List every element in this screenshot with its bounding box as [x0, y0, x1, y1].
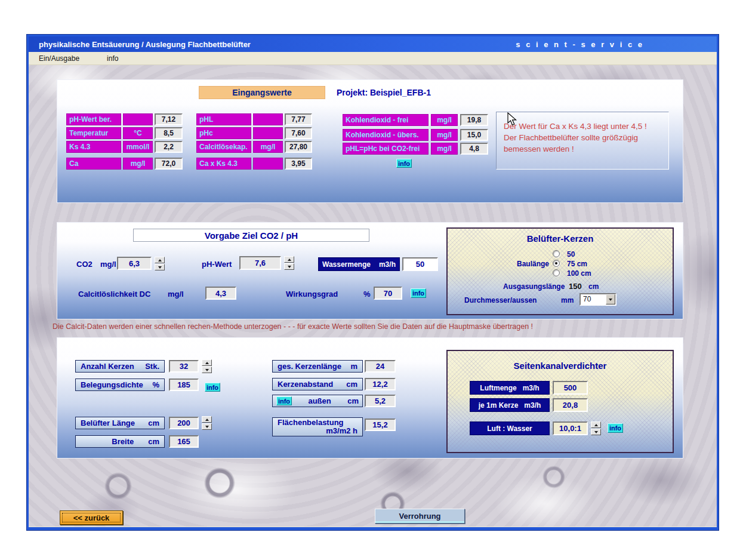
table-row: Calcitlösekap. mg/l 27,80 [196, 141, 312, 153]
param-value-field[interactable]: 7,12 [155, 113, 183, 125]
aussen-label-box: info außen cm [272, 395, 363, 407]
param-value-field[interactable]: 7,77 [285, 113, 312, 125]
wirkungsgrad-field[interactable]: 70 [374, 287, 402, 300]
calcit-unit: mg/l [168, 290, 184, 299]
radio-baulaenge-50[interactable] [553, 250, 560, 257]
zurueck-button[interactable]: << zurück [60, 510, 123, 525]
param-value-field[interactable]: 4,8 [460, 143, 488, 155]
verhaeltnis-label-box: Luft : Wasser [470, 421, 550, 435]
client-area: Eingangswerte Projekt: Beispiel_EFB-1 pH… [29, 65, 717, 527]
spin-down-icon[interactable] [202, 423, 212, 430]
spin-down-icon[interactable] [591, 429, 601, 435]
param-value-field[interactable]: 7,60 [285, 127, 312, 139]
param-value-field[interactable]: 19,8 [460, 114, 488, 126]
param-label: Kohlendioxid - übers. [343, 129, 429, 141]
param-value-field[interactable]: 8,5 [155, 127, 183, 139]
baulaenge-label: Baulänge [498, 260, 549, 268]
flaechen-unit: m3/m2 h [278, 427, 357, 435]
param-label: Ca [66, 158, 121, 170]
chevron-down-icon[interactable] [606, 294, 615, 304]
anzahl-label-box: Anzahl Kerzen Stk. [75, 360, 165, 373]
info-button[interactable]: info [608, 423, 623, 433]
eingangswerte-header: Eingangswerte [199, 86, 325, 99]
kerzenlaenge-unit: m [350, 362, 357, 371]
anzahl-field[interactable]: 32 [169, 360, 199, 373]
info-button[interactable]: info [411, 288, 426, 298]
radio-baulaenge-100[interactable] [553, 269, 560, 276]
project-label: Projekt: Beispiel_EFB-1 [337, 88, 431, 97]
title-bar: physikalische Entsäuerung / Auslegung Fl… [29, 36, 717, 52]
anzahl-stepper[interactable] [202, 359, 212, 373]
spin-down-icon[interactable] [284, 263, 294, 270]
spin-up-icon[interactable] [284, 256, 294, 263]
verrohrung-button[interactable]: Verrohrung [375, 509, 465, 524]
spin-up-icon[interactable] [155, 257, 165, 263]
param-value-field[interactable]: 2,2 [155, 141, 183, 153]
laenge-stepper[interactable] [202, 416, 212, 430]
kerze-field[interactable]: 20,8 [553, 398, 588, 412]
param-label: Temperatur [66, 127, 121, 139]
durchmesser-label: Durchmesser/aussen [464, 296, 537, 304]
param-label: Ca x Ks 4.3 [196, 158, 251, 170]
radio-baulaenge-75[interactable] [553, 260, 560, 267]
co2-unit: mg/l [100, 260, 116, 269]
calcit-notice: Die Calcit-Daten werden einer schnellen … [53, 322, 691, 331]
radio-label-100[interactable]: 100 cm [567, 269, 591, 278]
warning-line: Der Wert für Ca x Ks 4,3 liegt unter 4,5… [504, 121, 662, 132]
param-unit: mg/l [431, 129, 458, 141]
param-unit [253, 113, 283, 125]
spin-down-icon[interactable] [155, 264, 165, 270]
spin-up-icon[interactable] [202, 416, 212, 423]
abstand-field[interactable]: 12,2 [365, 378, 396, 390]
anzahl-label: Anzahl Kerzen [81, 362, 134, 371]
spin-down-icon[interactable] [202, 367, 212, 373]
table-row: Ks 4.3 mmol/l 2,2 [66, 141, 183, 153]
table-row: Ca x Ks 4.3 3,95 [196, 158, 312, 170]
spin-up-icon[interactable] [591, 421, 601, 428]
belegung-label-box: Belegungsdichte % [75, 379, 165, 391]
wassermenge-field[interactable]: 50 [402, 257, 438, 271]
kerze-label: je 1m Kerze [479, 401, 519, 410]
param-unit: mmol/l [123, 141, 153, 153]
ph-stepper[interactable] [284, 256, 294, 270]
breite-field[interactable]: 165 [169, 435, 199, 448]
param-value-field[interactable]: 27,80 [285, 141, 312, 153]
verhaeltnis-field[interactable]: 10,0:1 [553, 421, 588, 435]
luftmenge-field[interactable]: 500 [553, 381, 588, 395]
abstand-unit: cm [346, 380, 357, 389]
param-value-field[interactable]: 3,95 [285, 158, 312, 170]
param-unit: °C [123, 127, 153, 139]
param-value-field[interactable]: 15,0 [460, 129, 488, 141]
breite-unit: cm [148, 437, 159, 446]
aussen-field[interactable]: 5,2 [365, 395, 396, 407]
radio-label-75[interactable]: 75 cm [567, 260, 587, 268]
co2-field[interactable]: 6,3 [117, 257, 152, 270]
info-button[interactable]: info [276, 396, 292, 405]
ausgasung-value: 150 [569, 282, 582, 291]
durchmesser-dropdown[interactable]: 70 [579, 293, 616, 306]
calcit-field[interactable]: 4,3 [205, 287, 236, 300]
laenge-field[interactable]: 200 [169, 417, 199, 429]
spin-up-icon[interactable] [202, 359, 212, 366]
info-button[interactable]: info [396, 159, 412, 168]
mouse-cursor [507, 112, 518, 130]
menu-ein-ausgabe[interactable]: Ein/Ausgabe [34, 53, 84, 64]
belegung-unit: % [152, 380, 159, 389]
radio-label-50[interactable]: 50 [567, 250, 575, 259]
param-unit: mg/l [431, 143, 458, 155]
luftmenge-label: Luftmenge [480, 384, 516, 392]
co2-stepper[interactable] [155, 257, 165, 270]
verhaeltnis-stepper[interactable] [591, 421, 601, 435]
info-button[interactable]: info [205, 383, 220, 392]
breite-label-box: Breite cm [75, 435, 165, 448]
eingangswerte-panel: Eingangswerte Projekt: Beispiel_EFB-1 pH… [57, 79, 683, 203]
menu-info[interactable]: info [102, 53, 123, 64]
flaechen-field[interactable]: 15,2 [365, 419, 396, 431]
ph-field[interactable]: 7,6 [239, 256, 281, 270]
durchmesser-unit: mm [561, 296, 574, 304]
warning-line: bemessen werden ! [504, 143, 662, 155]
table-row: Kohlendioxid - frei mg/l 19,8 [343, 114, 488, 126]
belegung-field[interactable]: 185 [169, 379, 199, 391]
kerzenlaenge-field[interactable]: 24 [365, 360, 396, 373]
param-value-field[interactable]: 72,0 [155, 158, 183, 170]
